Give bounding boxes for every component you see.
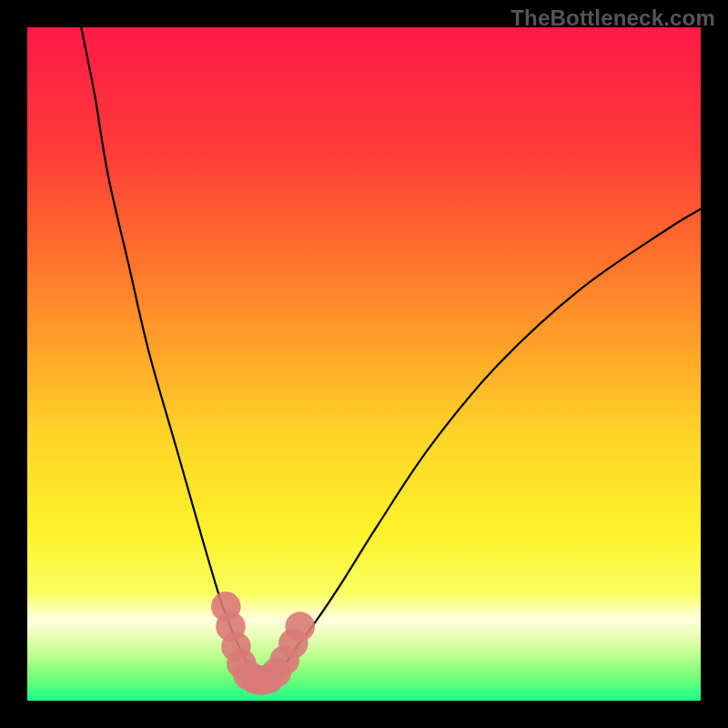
watermark-label: TheBottleneck.com [511, 5, 715, 31]
svg-rect-0 [27, 27, 701, 701]
background-gradient [27, 27, 701, 701]
chart-root: TheBottleneck.com [0, 0, 728, 728]
plot-area [27, 27, 701, 701]
